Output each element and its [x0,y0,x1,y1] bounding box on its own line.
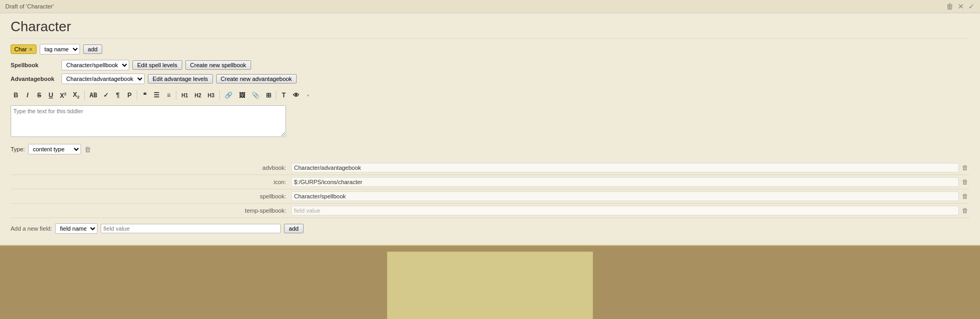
fields-section: advbook: 🗑 icon: 🗑 spellbook: 🗑 temp-spe… [11,163,969,234]
type-row: Type: content type 🗑 [11,144,969,154]
underline-button[interactable]: U [46,90,56,101]
tag-remove-icon[interactable]: ✕ [29,47,33,52]
tag-chip-char[interactable]: Char ✕ [11,44,37,54]
format-button[interactable]: Ρ [124,90,135,101]
more-button[interactable]: ◦ [303,90,314,101]
tag-name-select[interactable]: tag name [40,44,80,54]
text-color-button[interactable]: T [279,90,289,101]
field-value-icon[interactable] [291,177,959,187]
field-label-icon: icon: [11,179,291,185]
bottom-inner-panel [387,251,593,319]
edit-spell-levels-button[interactable]: Edit spell levels [132,60,182,70]
type-select[interactable]: content type [28,144,81,154]
toolbar-separator-2 [137,90,137,100]
spellbook-row: Spellbook Character/spellbook Edit spell… [11,60,969,70]
field-name-select[interactable]: field name [55,223,97,234]
h2-button[interactable]: H2 [192,91,204,100]
advantagebook-row: Advantagebook Character/advantagebook Ed… [11,74,969,84]
delete-icon[interactable]: 🗑 [946,2,954,11]
toolbar-separator-4 [219,90,220,100]
superscript-button[interactable]: X2 [57,90,69,101]
bottom-area [0,246,980,319]
add-field-row: Add a new field: field name add [11,223,969,234]
field-delete-spellbook[interactable]: 🗑 [961,192,969,201]
add-field-button[interactable]: add [284,224,303,233]
h3-button[interactable]: H3 [205,91,217,100]
type-label: Type: [11,146,25,152]
visibility-button[interactable]: 👁 [290,90,302,101]
list-unordered-button[interactable]: ☰ [151,90,162,101]
field-row-advbook: advbook: 🗑 [11,163,969,175]
field-row-icon: icon: 🗑 [11,177,969,189]
text-area-wrapper [11,105,969,139]
close-icon[interactable]: ✕ [958,2,964,11]
strikethrough-button[interactable]: S [34,90,44,101]
tags-row: Char ✕ tag name add [11,44,969,54]
toolbar-separator-3 [176,90,176,100]
spellbook-select[interactable]: Character/spellbook [61,60,129,70]
quote-button[interactable]: ❝ [139,90,150,101]
field-value-spellbook[interactable] [291,192,959,201]
field-value-new-input[interactable] [101,224,281,233]
field-label-temp-spellbook: temp-spellbook: [11,207,291,214]
field-label-advbook: advbook: [11,165,291,171]
toolbar-separator-5 [276,90,277,100]
type-delete-button[interactable]: 🗑 [84,145,91,153]
tag-chip-label: Char [14,46,27,52]
field-label-spellbook: spellbook: [11,193,291,199]
check-button[interactable]: ✓ [101,90,111,101]
main-area: Character Char ✕ tag name add Spellbook … [0,13,980,246]
add-field-label: Add a new field: [11,225,52,232]
tiddler-textarea[interactable] [11,105,286,137]
edit-advantage-levels-button[interactable]: Edit advantage levels [148,74,213,84]
draft-label: Draft of 'Character' [5,3,54,10]
field-row-spellbook: spellbook: 🗑 [11,192,969,204]
confirm-icon[interactable]: ✓ [968,2,975,11]
link-button[interactable]: 🔗 [222,90,235,101]
field-delete-temp-spellbook[interactable]: 🗑 [961,206,969,215]
page-title: Character [11,19,71,35]
add-tag-button[interactable]: add [83,44,102,54]
para-button[interactable]: ¶ [112,90,123,101]
create-spellbook-button[interactable]: Create new spellbook [185,60,251,70]
monospace-button[interactable]: AB [87,90,100,101]
field-delete-advbook[interactable]: 🗑 [961,163,969,172]
page-title-row: Character [11,19,969,39]
insert-button[interactable]: 📎 [249,90,262,101]
editor-toolbar: B I S U X2 X2 AB ✓ ¶ Ρ ❝ ☰ ≡ H1 H2 H3 🔗 … [11,87,969,103]
field-delete-icon[interactable]: 🗑 [961,177,969,187]
subscript-button[interactable]: X2 [70,89,82,101]
toolbar-separator-1 [84,90,85,100]
spellbook-label: Spellbook [11,62,58,68]
field-value-temp-spellbook[interactable] [291,206,959,215]
h1-button[interactable]: H1 [179,91,191,100]
advantagebook-label: Advantagebook [11,76,58,82]
field-value-advbook[interactable] [291,163,959,172]
italic-button[interactable]: I [22,90,33,101]
top-bar-actions: 🗑 ✕ ✓ [946,2,975,11]
top-bar: Draft of 'Character' 🗑 ✕ ✓ [0,0,980,13]
image-button[interactable]: 🖼 [236,90,248,101]
list-ordered-button[interactable]: ≡ [163,90,174,101]
bold-button[interactable]: B [11,90,21,101]
advantagebook-select[interactable]: Character/advantagebook [61,74,145,84]
table-button[interactable]: ⊞ [263,90,274,101]
field-row-temp-spellbook: temp-spellbook: 🗑 [11,206,969,218]
create-advantagebook-button[interactable]: Create new advantagebook [216,74,297,84]
